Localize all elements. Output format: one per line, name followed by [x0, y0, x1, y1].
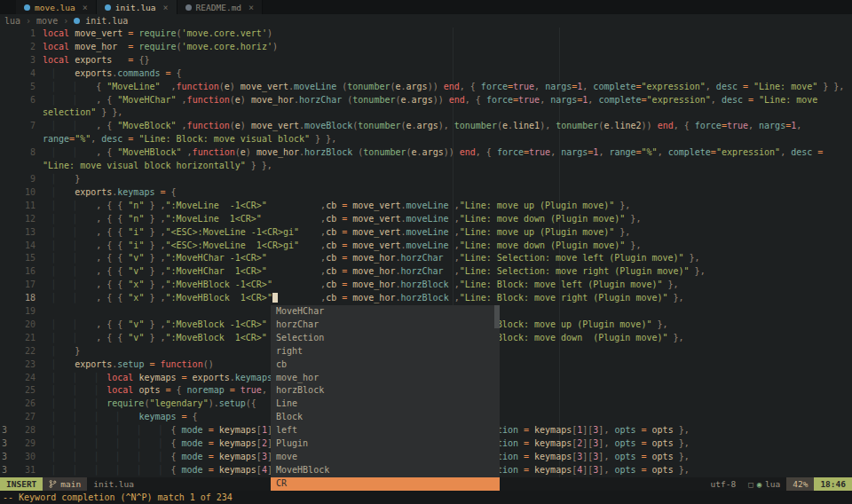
- fold-column[interactable]: [0, 200, 12, 213]
- fold-column[interactable]: [0, 133, 12, 146]
- fold-column[interactable]: [0, 94, 12, 107]
- completion-item[interactable]: horzChar: [271, 319, 500, 332]
- code-text[interactable]: selection" } },: [36, 106, 122, 120]
- breadcrumb-dir[interactable]: move: [36, 16, 58, 26]
- code-text[interactable]: range="%", desc = "Line: Block: move vis…: [36, 133, 336, 146]
- code-text[interactable]: ▏ exports.setup = function(): [36, 358, 214, 372]
- fold-column[interactable]: [0, 160, 12, 173]
- close-icon[interactable]: ×: [248, 3, 254, 12]
- code-text[interactable]: ▏ ▏ , { "MoveHChar" ,function(e) move_ho…: [36, 94, 817, 107]
- fold-column[interactable]: [0, 398, 12, 411]
- completion-item[interactable]: move_hor: [271, 372, 500, 385]
- completion-item[interactable]: right: [271, 345, 500, 358]
- fold-column[interactable]: [0, 67, 12, 81]
- completion-item[interactable]: MoveHChar: [271, 305, 500, 319]
- code-text[interactable]: ▏ ▏ , { { "i" } ,"<ESC>:MoveLine 1<CR>gi…: [36, 240, 641, 253]
- fold-column[interactable]: 3: [0, 464, 12, 477]
- code-text[interactable]: local move_vert = require('move.core.ver…: [36, 28, 272, 41]
- fold-column[interactable]: [0, 358, 12, 372]
- code-text[interactable]: ▏ ▏ , { "MoveBlock" ,function(e) move_ve…: [36, 120, 801, 133]
- tab-bar: move.lua×init.lua×README.md×: [0, 0, 852, 14]
- completion-item[interactable]: MoveHBlock: [271, 464, 500, 477]
- git-branch-segment[interactable]: main: [43, 477, 87, 491]
- code-text[interactable]: ▏ }: [36, 345, 80, 358]
- code-text[interactable]: ▏ exports.keymaps = {: [36, 186, 177, 200]
- breadcrumb-dir[interactable]: lua: [4, 16, 20, 26]
- line-number: 3: [12, 54, 36, 67]
- editor-tab[interactable]: init.lua×: [97, 0, 178, 14]
- code-text[interactable]: [36, 305, 43, 319]
- line-number: 8: [12, 146, 36, 160]
- lua-icon: ◉: [757, 480, 761, 489]
- code-text[interactable]: local exports = {}: [36, 54, 149, 67]
- fold-column[interactable]: [0, 41, 12, 54]
- code-text[interactable]: ▏ ▏ , { { "x" } ,":MoveHBlock 1<CR>" ,cb…: [36, 292, 684, 305]
- completion-item[interactable]: left: [271, 424, 500, 437]
- fold-column[interactable]: [0, 146, 12, 160]
- fold-column[interactable]: [0, 186, 12, 200]
- popup-scrollbar[interactable]: [494, 305, 500, 328]
- fold-column[interactable]: [0, 319, 12, 332]
- editor-tab[interactable]: move.lua×: [16, 0, 97, 14]
- fold-column[interactable]: [0, 292, 12, 305]
- fold-column[interactable]: [0, 28, 12, 41]
- fold-column[interactable]: [0, 240, 12, 253]
- fold-column[interactable]: [0, 345, 12, 358]
- code-text[interactable]: ▏ ▏ ▏ require("legendary").setup({: [36, 398, 256, 411]
- fold-column[interactable]: [0, 305, 12, 319]
- code-text[interactable]: ▏ ▏ , { { "v" } ,":MoveHChar -1<CR>" ,cb…: [36, 252, 700, 265]
- fold-column[interactable]: [0, 213, 12, 226]
- completion-item[interactable]: cb: [271, 358, 500, 372]
- breadcrumb: lua › move › init.lua: [0, 14, 852, 28]
- line-number: 27: [12, 411, 36, 424]
- code-line: 4 ▏ exports.commands = {: [0, 67, 852, 81]
- completion-item-selected[interactable]: CR: [271, 477, 500, 491]
- code-text[interactable]: ▏ ▏ , { { "i" } ,"<ESC>:MoveLine -1<CR>g…: [36, 226, 630, 240]
- fold-column[interactable]: [0, 265, 12, 279]
- line-number: 21: [12, 332, 36, 345]
- code-text[interactable]: ▏ ▏ , { { "v" } ,":MoveHChar 1<CR>" ,cb …: [36, 265, 706, 279]
- fold-column[interactable]: 3: [0, 451, 12, 464]
- fold-column[interactable]: [0, 226, 12, 240]
- fold-column[interactable]: [0, 106, 12, 120]
- breadcrumb-file[interactable]: init.lua: [85, 16, 128, 26]
- fold-column[interactable]: [0, 252, 12, 265]
- clock: 18:46: [814, 477, 852, 491]
- code-text[interactable]: ▏ ▏ ▏ local keymaps = exports.keymaps: [36, 372, 272, 385]
- fold-column[interactable]: [0, 120, 12, 133]
- completion-item[interactable]: Selection: [271, 332, 500, 345]
- fold-column[interactable]: [0, 54, 12, 67]
- completion-item[interactable]: Plugin: [271, 437, 500, 451]
- code-text[interactable]: ▏ }: [36, 173, 80, 186]
- close-icon[interactable]: ×: [163, 3, 169, 12]
- code-text[interactable]: ▏ ▏ { "MoveLine" ,function(e) move_vert.…: [36, 81, 844, 94]
- fold-column[interactable]: [0, 81, 12, 94]
- line-number: 14: [12, 240, 36, 253]
- editor-tab[interactable]: README.md×: [178, 0, 264, 14]
- completion-item[interactable]: Block: [271, 411, 500, 424]
- fold-column[interactable]: [0, 279, 12, 292]
- code-text[interactable]: ▏ ▏ ▏ ▏ keymaps = {: [36, 411, 198, 424]
- code-text[interactable]: ▏ ▏ , { { "n" } ,":MoveLine -1<CR>" ,cb …: [36, 200, 630, 213]
- fold-column[interactable]: 3: [0, 437, 12, 451]
- code-text[interactable]: "Line: move visual block horizontally" }…: [36, 160, 272, 173]
- code-text[interactable]: ▏ ▏ , { "MoveHBlock" ,function(e) move_h…: [36, 146, 823, 160]
- file-encoding: utf-8: [705, 477, 743, 491]
- completion-item[interactable]: horzBlock: [271, 384, 500, 398]
- fold-column[interactable]: [0, 332, 12, 345]
- fold-column[interactable]: [0, 411, 12, 424]
- command-line-message: -- Keyword completion (^N^P) match 1 of …: [0, 491, 852, 504]
- fold-column[interactable]: [0, 384, 12, 398]
- fold-column[interactable]: 3: [0, 424, 12, 437]
- code-text[interactable]: local move_hor = require('move.core.hori…: [36, 41, 278, 54]
- code-text[interactable]: ▏ ▏ , { { "x" } ,":MoveHBlock -1<CR>" ,c…: [36, 279, 679, 292]
- completion-item[interactable]: Line: [271, 398, 500, 411]
- code-text[interactable]: ▏ ▏ , { { "n" } ,":MoveLine 1<CR>" ,cb =…: [36, 213, 641, 226]
- close-icon[interactable]: ×: [83, 3, 88, 12]
- code-text[interactable]: ▏ exports.commands = {: [36, 67, 182, 81]
- fold-column[interactable]: [0, 173, 12, 186]
- completion-item[interactable]: move: [271, 451, 500, 464]
- fold-column[interactable]: [0, 372, 12, 385]
- line-number: 22: [12, 345, 36, 358]
- code-line: 18 ▏ ▏ , { { "x" } ,":MoveHBlock 1<CR>" …: [0, 292, 852, 305]
